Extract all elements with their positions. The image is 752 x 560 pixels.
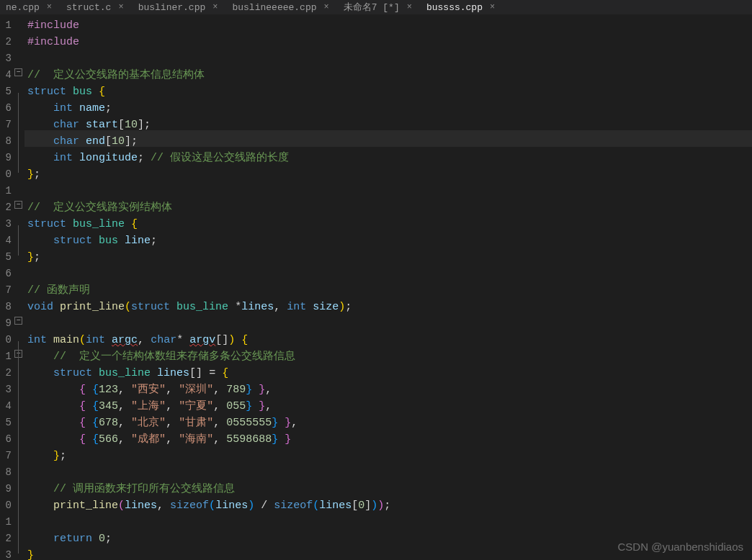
code-line[interactable]: struct bus_line {: [24, 216, 752, 232]
code-area[interactable]: #include #include // 定义公交线路的基本信息结构体struc…: [24, 14, 752, 560]
code-line[interactable]: [24, 315, 752, 332]
watermark: CSDN @yuanbenshidiaos: [618, 541, 744, 553]
code-line[interactable]: { {566, "成都", "海南", 5598688} }: [24, 431, 752, 448]
fold-toggle-icon[interactable]: −: [14, 317, 22, 325]
code-line[interactable]: int longitude; // 假设这是公交线路的长度: [24, 150, 752, 166]
tab-file-1[interactable]: struct.c×: [63, 2, 127, 13]
close-icon[interactable]: ×: [490, 2, 495, 12]
close-icon[interactable]: ×: [324, 2, 329, 12]
code-line[interactable]: [24, 464, 752, 481]
tab-file-0[interactable]: ne.cpp×: [3, 2, 55, 13]
editor[interactable]: 123456789012345678901234567890123 −−−− #…: [0, 14, 752, 560]
close-icon[interactable]: ×: [118, 2, 123, 12]
tab-bar: ne.cpp× struct.c× busliner.cpp× buslinee…: [0, 0, 752, 14]
code-line[interactable]: { {123, "西安", "深圳", 789} },: [24, 381, 752, 398]
code-line[interactable]: #include: [24, 17, 752, 34]
code-line[interactable]: [24, 50, 752, 67]
tab-file-5[interactable]: bussss.cpp×: [424, 2, 498, 13]
code-line[interactable]: // 定义公交线路的基本信息结构体: [24, 67, 752, 83]
tab-file-3[interactable]: buslineeeee.cpp×: [229, 2, 331, 13]
fold-toggle-icon[interactable]: −: [14, 201, 22, 209]
code-line[interactable]: int main(int argc, char* argv[]) {: [24, 332, 752, 348]
code-line[interactable]: { {678, "北京", "甘肃", 0555555} },: [24, 415, 752, 431]
code-line[interactable]: // 定义一个结构体数组来存储多条公交线路信息: [24, 348, 752, 365]
code-line[interactable]: struct bus line;: [24, 232, 752, 249]
code-line[interactable]: };: [24, 448, 752, 464]
code-line[interactable]: { {345, "上海", "宁夏", 055} },: [24, 398, 752, 415]
code-line[interactable]: char end[10];: [24, 133, 752, 150]
close-icon[interactable]: ×: [212, 2, 218, 12]
tab-file-4[interactable]: 未命名7 [*]×: [341, 1, 415, 14]
tab-file-2[interactable]: busliner.cpp×: [135, 2, 221, 13]
code-line[interactable]: // 函数声明: [24, 282, 752, 299]
code-line[interactable]: print_line(lines, sizeof(lines) / sizeof…: [24, 497, 752, 514]
code-line[interactable]: int name;: [24, 100, 752, 117]
close-icon[interactable]: ×: [47, 2, 52, 12]
code-line[interactable]: };: [24, 166, 752, 183]
code-line[interactable]: #include: [24, 34, 752, 50]
code-line[interactable]: [24, 514, 752, 530]
code-line[interactable]: [24, 266, 752, 282]
fold-toggle-icon[interactable]: −: [14, 68, 22, 76]
code-line[interactable]: char start[10];: [24, 117, 752, 133]
code-line[interactable]: // 定义公交线路实例结构体: [24, 199, 752, 216]
code-line[interactable]: void print_line(struct bus_line *lines, …: [24, 299, 752, 315]
fold-gutter: −−−−: [13, 14, 24, 560]
code-line[interactable]: [24, 183, 752, 199]
code-line[interactable]: // 调用函数来打印所有公交线路信息: [24, 481, 752, 497]
code-line[interactable]: };: [24, 249, 752, 266]
line-number-gutter: 123456789012345678901234567890123: [0, 14, 13, 560]
code-line[interactable]: struct bus {: [24, 83, 752, 100]
close-icon[interactable]: ×: [407, 2, 412, 12]
code-line[interactable]: struct bus_line lines[] = {: [24, 365, 752, 381]
